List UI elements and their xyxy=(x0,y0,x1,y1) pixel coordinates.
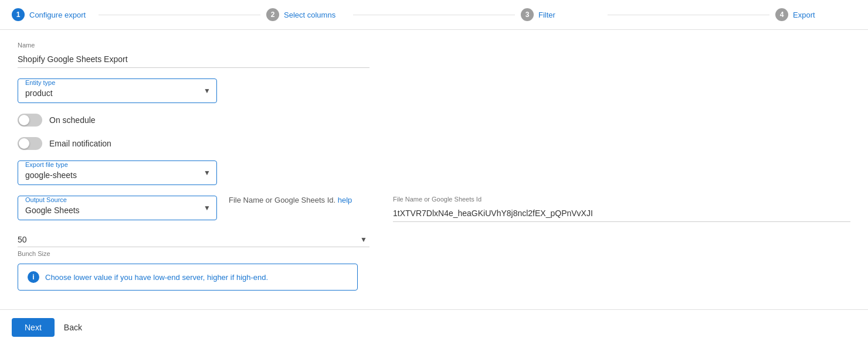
email-notification-row: Email notification xyxy=(18,137,850,150)
step-2-label: Select columns xyxy=(284,11,335,19)
name-label: Name xyxy=(18,42,850,49)
output-row: Output Source Google Sheets FTP Local ▼ … xyxy=(18,196,850,222)
file-name-desc-text: File Name or Google Sheets Id. xyxy=(229,196,335,204)
bunch-size-section: 50 100 200 500 ▼ Bunch Size xyxy=(18,233,850,258)
export-file-type-select[interactable]: google-sheets csv xlsx xyxy=(18,168,216,185)
name-input[interactable] xyxy=(18,51,369,68)
entity-type-section: Entity type product order customer varia… xyxy=(18,78,850,103)
on-schedule-toggle[interactable] xyxy=(18,114,42,127)
entity-type-label: Entity type xyxy=(23,79,216,86)
bunch-size-wrapper: 50 100 200 500 ▼ xyxy=(18,233,369,247)
file-name-help-link[interactable]: help xyxy=(338,196,352,204)
on-schedule-row: On schedule xyxy=(18,114,850,127)
stepper: 1 Configure export 2 Select columns 3 Fi… xyxy=(0,0,868,30)
email-notification-slider xyxy=(18,137,42,150)
entity-type-wrapper: Entity type product order customer varia… xyxy=(18,78,217,103)
on-schedule-label: On schedule xyxy=(49,115,96,125)
output-source-select[interactable]: Google Sheets FTP Local xyxy=(18,203,216,220)
name-section: Name xyxy=(18,42,850,68)
info-icon: i xyxy=(28,271,39,283)
step-4: 4 Export xyxy=(775,8,856,21)
step-4-label: Export xyxy=(793,11,815,19)
step-3: 3 Filter xyxy=(521,8,602,21)
file-name-input[interactable] xyxy=(393,205,850,222)
bunch-size-label: Bunch Size xyxy=(18,250,50,257)
file-name-group: File Name or Google Sheets Id. help xyxy=(229,196,381,207)
step-2-number: 2 xyxy=(266,8,279,21)
step-4-number: 4 xyxy=(775,8,788,21)
file-name-label: File Name or Google Sheets Id xyxy=(393,196,850,203)
output-source-wrapper: Output Source Google Sheets FTP Local ▼ xyxy=(18,196,217,220)
output-source-label: Output Source xyxy=(23,196,216,203)
export-file-type-label: Export file type xyxy=(23,161,216,168)
bunch-size-select[interactable]: 50 100 200 500 xyxy=(18,233,369,247)
step-1-number: 1 xyxy=(12,8,25,21)
step-3-label: Filter xyxy=(538,11,555,19)
on-schedule-slider xyxy=(18,114,42,127)
step-connector-2 xyxy=(353,15,515,15)
step-connector-1 xyxy=(99,15,260,15)
entity-type-select[interactable]: product order customer variant xyxy=(18,86,216,103)
export-file-type-section: Export file type google-sheets csv xlsx … xyxy=(18,160,850,185)
output-source-section: Output Source Google Sheets FTP Local ▼ xyxy=(18,196,217,220)
email-notification-toggle[interactable] xyxy=(18,137,42,150)
file-name-input-group: File Name or Google Sheets Id xyxy=(393,196,850,222)
email-notification-label: Email notification xyxy=(49,139,111,148)
step-3-number: 3 xyxy=(521,8,534,21)
file-name-desc: File Name or Google Sheets Id. help xyxy=(229,196,381,204)
info-text: Choose lower value if you have low-end s… xyxy=(45,273,268,282)
export-file-type-wrapper: Export file type google-sheets csv xlsx … xyxy=(18,160,217,185)
main-content: Name Entity type product order customer … xyxy=(0,30,868,302)
step-1-label: Configure export xyxy=(29,11,86,19)
info-box: i Choose lower value if you have low-end… xyxy=(18,264,358,291)
step-connector-3 xyxy=(608,15,769,15)
step-2: 2 Select columns xyxy=(266,8,347,21)
step-1: 1 Configure export xyxy=(12,8,93,21)
